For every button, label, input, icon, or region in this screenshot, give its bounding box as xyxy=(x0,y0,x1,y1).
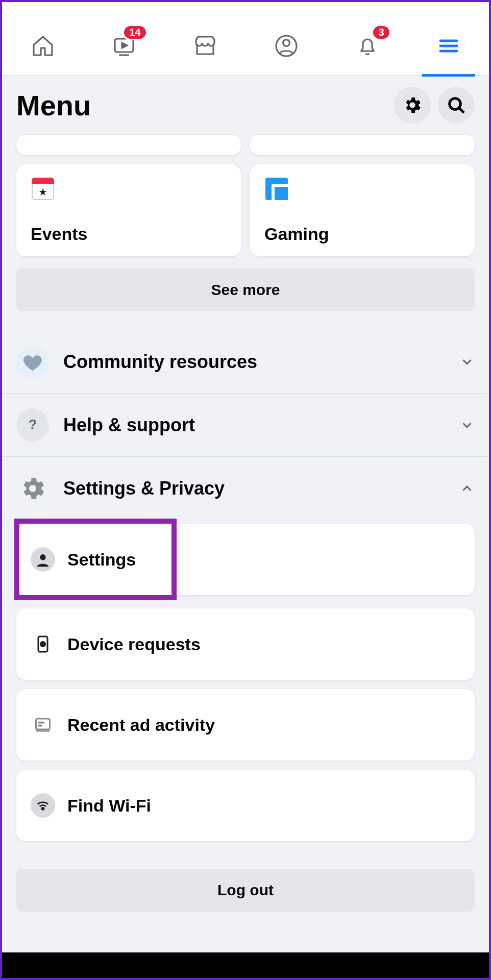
watch-badge: 14 xyxy=(122,24,147,40)
top-nav-bar: 14 3 xyxy=(2,16,489,76)
section-label: Settings & Privacy xyxy=(63,478,445,499)
home-icon xyxy=(31,34,55,58)
person-circle-icon xyxy=(31,547,55,572)
settings-privacy-sublist: Settings Device requests Recent ad activ… xyxy=(2,520,489,853)
shortcut-gaming[interactable]: Gaming xyxy=(250,164,475,256)
svg-rect-10 xyxy=(36,719,50,729)
hamburger-icon xyxy=(436,34,461,58)
events-icon xyxy=(32,178,54,200)
shortcut-card-partial-left[interactable] xyxy=(16,135,241,155)
chevron-up-icon xyxy=(459,481,475,496)
bottom-bar xyxy=(2,952,489,978)
gear-icon xyxy=(402,95,423,115)
nav-home[interactable] xyxy=(27,30,59,62)
sub-item-label: Find Wi-Fi xyxy=(67,796,151,816)
profile-icon xyxy=(274,34,299,58)
gear-icon xyxy=(16,472,49,505)
nav-notifications[interactable]: 3 xyxy=(351,30,384,62)
device-icon xyxy=(31,632,55,656)
chevron-down-icon xyxy=(459,354,475,370)
notifications-badge: 3 xyxy=(372,24,390,40)
nav-menu[interactable] xyxy=(432,30,465,62)
svg-point-11 xyxy=(42,807,44,810)
active-tab-indicator xyxy=(422,74,475,77)
svg-point-7 xyxy=(40,554,45,560)
sub-item-device-requests[interactable]: Device requests xyxy=(16,608,475,680)
section-help-support[interactable]: ? Help & support xyxy=(2,393,489,456)
sub-item-label: Recent ad activity xyxy=(67,715,215,735)
nav-watch[interactable]: 14 xyxy=(108,30,140,62)
svg-text:?: ? xyxy=(29,416,37,432)
svg-point-9 xyxy=(41,642,45,647)
search-icon xyxy=(446,95,467,115)
page-title: Menu xyxy=(16,89,91,122)
logout-button[interactable]: Log out xyxy=(16,869,475,912)
nav-profile[interactable] xyxy=(270,30,303,62)
section-community-resources[interactable]: Community resources xyxy=(2,330,489,393)
shortcuts-grid: Events Gaming xyxy=(2,135,489,256)
ad-activity-icon xyxy=(31,713,55,737)
chevron-down-icon xyxy=(459,418,475,433)
shortcut-events[interactable]: Events xyxy=(16,164,241,256)
nav-marketplace[interactable] xyxy=(189,30,222,62)
marketplace-icon xyxy=(193,34,217,58)
header-settings-button[interactable] xyxy=(394,87,431,124)
sub-item-recent-ad-activity[interactable]: Recent ad activity xyxy=(16,689,475,761)
sub-item-find-wifi[interactable]: Find Wi-Fi xyxy=(16,770,475,841)
section-label: Community resources xyxy=(63,351,445,373)
sub-item-label: Device requests xyxy=(67,634,201,654)
sub-item-settings[interactable]: Settings xyxy=(16,520,475,599)
help-icon: ? xyxy=(16,409,49,442)
sub-item-label: Settings xyxy=(67,550,136,570)
wifi-icon xyxy=(31,793,55,818)
handshake-icon xyxy=(16,346,49,378)
svg-point-2 xyxy=(283,39,289,46)
gaming-icon xyxy=(265,178,288,200)
svg-point-3 xyxy=(450,99,461,110)
shortcut-label: Gaming xyxy=(264,224,460,244)
section-settings-privacy[interactable]: Settings & Privacy xyxy=(2,456,489,520)
see-more-button[interactable]: See more xyxy=(16,268,475,311)
shortcut-label: Events xyxy=(31,224,227,244)
header-search-button[interactable] xyxy=(438,87,475,124)
section-label: Help & support xyxy=(63,414,445,436)
shortcut-card-partial-right[interactable] xyxy=(250,135,475,155)
